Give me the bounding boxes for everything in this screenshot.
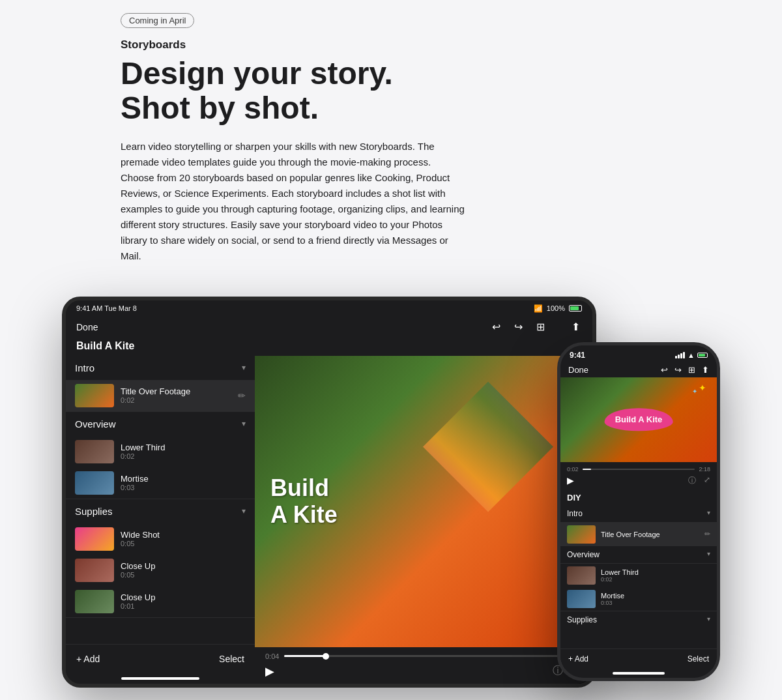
sidebar-item-lower-third[interactable]: Lower Third 0:02 [66,436,255,467]
video-progress-bar[interactable] [284,655,562,657]
ipad-time: 9:41 AM Tue Mar 8 [76,304,137,312]
iphone-time-current: 0:02 [567,466,579,473]
ipad-status-right: 📶 100% [534,304,582,313]
iphone-add-bar: + Add Select [560,649,717,669]
sidebar-closeup1-dur: 0:05 [121,571,246,579]
sidebar-closeup2-title: Close Up [121,592,246,602]
sidebar-closeup1-title: Close Up [121,561,246,571]
ipad-video-area: Build A Kite 0:04 [255,356,592,684]
iphone-lower-third-text: Lower Third [601,568,639,576]
main-heading: Design your story. Shot by shot. [121,57,466,126]
iphone-overview-label: Overview [567,550,600,559]
sidebar-wide-title: Wide Shot [121,530,246,540]
intro-chevron-icon: ▾ [242,363,246,372]
iphone-redo-icon[interactable]: ↪ [674,365,682,375]
sidebar-section-overview-header[interactable]: Overview ▾ [66,412,255,436]
sidebar-item-title-over-footage[interactable]: Title Over Footage 0:02 ✏ [66,380,255,411]
iphone-battery-icon [697,353,708,358]
ipad-sidebar: Intro ▾ Title Over Footage 0:02 ✏ [66,356,255,684]
iphone-wifi-icon: ▲ [688,351,695,359]
iphone-item-lower-third[interactable]: Lower Third 0:02 [560,564,717,587]
text-section: Coming in April Storyboards Design your … [0,0,586,284]
iphone-intro-chevron: ▾ [707,509,710,518]
iphone-intro-label: Intro [567,509,583,518]
iphone-supplies-header[interactable]: Supplies ▾ [560,611,717,628]
iphone-intro-header[interactable]: Intro ▾ [560,505,717,523]
iphone-video-preview: Build A Kite ✦ ✦ [560,377,717,462]
iphone-item-info: Title Over Footage [601,531,660,538]
iphone-edit-icon[interactable]: ✏ [704,530,710,538]
iphone-mortise-dur: 0:03 [601,600,624,606]
iphone-done-button[interactable]: Done [568,365,588,375]
battery-icon [569,305,582,312]
iphone-time: 9:41 [570,351,585,360]
sidebar-mortise-title: Mortise [121,474,246,484]
iphone-select-button[interactable]: Select [688,654,709,664]
iphone-lower-info: Lower Third 0:02 [601,568,639,583]
iphone-storyboard-icon[interactable]: ⊞ [688,365,695,375]
iphone-progress-track[interactable] [583,469,695,470]
sidebar-section-supplies-header[interactable]: Supplies ▾ [66,499,255,523]
sidebar-item-mortise[interactable]: Mortise 0:03 [66,467,255,499]
iphone-undo-icon[interactable]: ↩ [661,365,668,375]
edit-icon[interactable]: ✏ [238,390,246,401]
play-button[interactable]: ▶ [265,664,274,678]
iphone-toolbar: Done ↩ ↪ ⊞ ⬆ [560,362,717,377]
ipad-done-button[interactable]: Done [76,322,98,332]
iphone-diy-label: DIY [560,490,717,505]
sidebar-item-closeup-2[interactable]: Close Up 0:01 [66,586,255,617]
sidebar-select-button[interactable]: Select [219,654,244,664]
iphone-container: 9:41 ▲ [557,342,720,681]
ipad-video-controls: 0:04 2:18 ▶ ⓘ [255,647,592,684]
iphone-home-indicator [613,672,665,675]
sidebar-section-intro: Intro ▾ Title Over Footage 0:02 ✏ [66,356,255,412]
sidebar-thumb-closeup2 [75,590,114,613]
sparkle2-icon: ✦ [692,388,697,395]
video-buttons: ▶ ⓘ ⤢ [265,664,582,678]
bar4 [683,352,685,358]
coming-badge: Coming in April [121,13,194,28]
progress-handle [323,653,329,660]
sidebar-section-intro-header[interactable]: Intro ▾ [66,356,255,380]
storyboard-icon[interactable]: ⊞ [534,321,547,334]
sidebar-overview-label: Overview [75,418,116,430]
ipad-project-title: Build A Kite [66,338,592,356]
iphone-battery-fill [699,354,705,357]
iphone-video-controls: 0:02 2:18 ▶ ⓘ ⤢ [560,462,717,490]
iphone-status-bar: 9:41 ▲ [560,345,717,362]
iphone-share-icon[interactable]: ⬆ [702,365,709,375]
iphone-device: 9:41 ▲ [557,342,720,681]
share-icon[interactable]: ⬆ [569,321,582,334]
sidebar-item-closeup-1[interactable]: Close Up 0:05 [66,555,255,586]
sidebar-thumb-kite [75,384,114,407]
iphone-item-mortise[interactable]: Mortise 0:03 [560,587,717,611]
redo-icon[interactable]: ↪ [512,321,525,334]
undo-icon[interactable]: ↩ [489,321,502,334]
iphone-thumb-kite [567,525,596,544]
sidebar-closeup2-info: Close Up 0:01 [121,592,246,610]
video-time-current: 0:04 [265,652,279,660]
sidebar-add-button[interactable]: + Add [76,654,100,664]
sidebar-item-mortise-info: Mortise 0:03 [121,474,246,491]
iphone-kite-badge-text: Build A Kite [615,415,663,425]
iphone-overview-header[interactable]: Overview ▾ [560,546,717,564]
iphone-supplies-label: Supplies [567,615,597,624]
page-wrapper: Coming in April Storyboards Design your … [0,0,782,700]
iphone-progress-fill [583,469,592,470]
iphone-fullscreen-icon[interactable]: ⤢ [704,475,710,486]
iphone-add-button[interactable]: + Add [568,654,588,664]
ipad-home-indicator [121,677,199,680]
iphone-lower-third-dur: 0:02 [601,576,639,583]
iphone-item-title-footage[interactable]: Title Over Footage ✏ [560,523,717,546]
ipad-device: 9:41 AM Tue Mar 8 📶 100% Done ↩ ↪ [62,297,596,688]
iphone-thumb-supplies [567,590,596,608]
iphone-progress-bar: 0:02 2:18 [567,466,710,473]
iphone-thumb-person [567,566,596,585]
iphone-info-icon[interactable]: ⓘ [688,475,696,486]
iphone-play-button[interactable]: ▶ [567,475,574,486]
sidebar-thumb-wide [75,527,114,551]
bar3 [680,353,682,358]
sidebar-item-wide-shot[interactable]: Wide Shot 0:05 [66,523,255,555]
sidebar-item-info: Title Over Footage 0:02 [121,386,231,404]
devices-section: 9:41 AM Tue Mar 8 📶 100% Done ↩ ↪ [0,284,782,700]
